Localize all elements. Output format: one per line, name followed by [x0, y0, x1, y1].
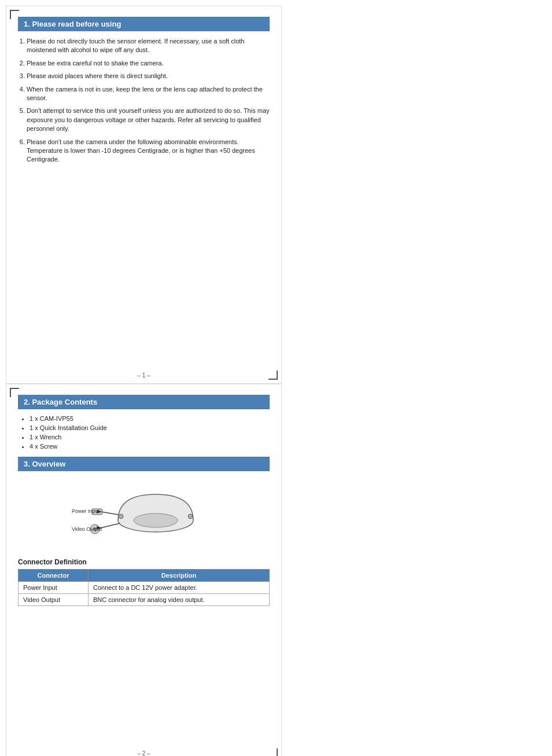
package-contents-list: 1 x CAM-IVP551 x Quick Installation Guid… [18, 415, 270, 450]
connector-table: Connector Description Power InputConnect… [18, 569, 270, 606]
page1-item-5: Don't attempt to service this unit yours… [27, 107, 270, 133]
connector-cell-0-1: Connect to a DC 12V power adapter. [88, 582, 269, 594]
connector-row-1: Power InputConnect to a DC 12V power ada… [19, 582, 270, 594]
page1-item-1: Please do not directly touch the sensor … [27, 37, 270, 55]
connector-def-title: Connector Definition [18, 558, 270, 566]
camera-diagram-svg: Power Input Video Output [69, 477, 219, 552]
connector-col-header: Connector [19, 570, 89, 582]
package-item-4: 4 x Screw [30, 443, 270, 450]
page1-section-header: 1. Please read before using [18, 17, 270, 31]
power-input-label: Power Input [72, 508, 100, 514]
connector-table-body: Power InputConnect to a DC 12V power ada… [19, 582, 270, 606]
page1-item-4: When the camera is not in use, keep the … [27, 85, 270, 103]
page1-number: – 1 – [6, 372, 281, 379]
description-col-header: Description [88, 570, 269, 582]
page-2: 2. Package Contents 1 x CAM-IVP551 x Qui… [6, 384, 282, 756]
overview-diagram: Power Input Video Output [18, 477, 270, 552]
svg-line-4 [101, 512, 118, 515]
page1-item-2: Please be extra careful not to shake the… [27, 59, 270, 68]
svg-line-6 [101, 523, 120, 528]
connector-cell-1-1: BNC connector for analog video output. [88, 594, 269, 606]
connector-row-2: Video OutputBNC connector for analog vid… [19, 594, 270, 606]
page2-overview-header: 3. Overview [18, 457, 270, 471]
svg-point-3 [188, 514, 193, 519]
page1-content: Please do not directly touch the sensor … [18, 37, 270, 164]
page2-package-header: 2. Package Contents [18, 395, 270, 409]
svg-point-2 [119, 514, 123, 519]
svg-point-1 [134, 513, 178, 527]
package-item-2: 1 x Quick Installation Guide [30, 424, 270, 431]
package-item-3: 1 x Wrench [30, 434, 270, 441]
connector-cell-0-0: Power Input [19, 582, 89, 594]
page2-number: – 2 – [6, 750, 281, 756]
page1-item-6: Please don't use the camera under the fo… [27, 138, 270, 164]
package-item-1: 1 x CAM-IVP55 [30, 415, 270, 422]
page1-item-3: Please avoid places where there is direc… [27, 72, 270, 80]
page1-instructions-list: Please do not directly touch the sensor … [18, 37, 270, 164]
page-1: 1. Please read before using Please do no… [6, 6, 282, 384]
connector-cell-1-0: Video Output [19, 594, 89, 606]
